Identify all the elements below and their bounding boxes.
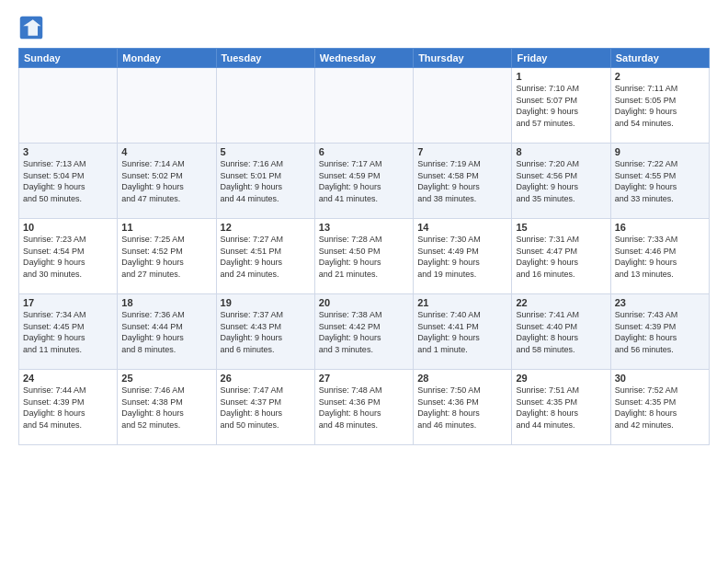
calendar-cell: 22Sunrise: 7:41 AM Sunset: 4:40 PM Dayli… [512, 294, 610, 370]
day-info: Sunrise: 7:48 AM Sunset: 4:36 PM Dayligh… [319, 385, 409, 431]
day-number: 12 [221, 222, 311, 233]
calendar-cell: 17Sunrise: 7:34 AM Sunset: 4:45 PM Dayli… [19, 294, 118, 370]
day-info: Sunrise: 7:13 AM Sunset: 5:04 PM Dayligh… [23, 158, 113, 204]
day-number: 2 [615, 71, 705, 82]
calendar-cell: 16Sunrise: 7:33 AM Sunset: 4:46 PM Dayli… [610, 219, 709, 294]
day-number: 10 [23, 222, 113, 233]
calendar-cell: 1Sunrise: 7:10 AM Sunset: 5:07 PM Daylig… [512, 68, 610, 144]
day-number: 16 [615, 222, 705, 233]
calendar-cell: 11Sunrise: 7:25 AM Sunset: 4:52 PM Dayli… [118, 219, 216, 294]
calendar-cell: 26Sunrise: 7:47 AM Sunset: 4:37 PM Dayli… [216, 370, 314, 445]
day-info: Sunrise: 7:10 AM Sunset: 5:07 PM Dayligh… [516, 83, 606, 129]
day-info: Sunrise: 7:19 AM Sunset: 4:58 PM Dayligh… [417, 158, 507, 204]
calendar-body: 1Sunrise: 7:10 AM Sunset: 5:07 PM Daylig… [19, 68, 710, 445]
calendar-cell: 28Sunrise: 7:50 AM Sunset: 4:36 PM Dayli… [414, 370, 512, 445]
calendar-cell: 10Sunrise: 7:23 AM Sunset: 4:54 PM Dayli… [19, 219, 118, 294]
day-info: Sunrise: 7:37 AM Sunset: 4:43 PM Dayligh… [221, 309, 311, 355]
day-info: Sunrise: 7:50 AM Sunset: 4:36 PM Dayligh… [417, 385, 507, 431]
calendar-week-3: 17Sunrise: 7:34 AM Sunset: 4:45 PM Dayli… [19, 294, 710, 370]
calendar-cell: 18Sunrise: 7:36 AM Sunset: 4:44 PM Dayli… [118, 294, 216, 370]
calendar-cell: 27Sunrise: 7:48 AM Sunset: 4:36 PM Dayli… [314, 370, 413, 445]
logo [18, 15, 48, 40]
calendar-cell: 3Sunrise: 7:13 AM Sunset: 5:04 PM Daylig… [19, 144, 118, 219]
day-number: 5 [221, 146, 311, 157]
calendar-cell: 5Sunrise: 7:16 AM Sunset: 5:01 PM Daylig… [216, 144, 314, 219]
weekday-header-row: SundayMondayTuesdayWednesdayThursdayFrid… [19, 49, 710, 68]
calendar-cell [118, 68, 216, 144]
day-number: 25 [121, 373, 211, 384]
calendar-cell: 13Sunrise: 7:28 AM Sunset: 4:50 PM Dayli… [314, 219, 413, 294]
day-number: 20 [319, 297, 409, 308]
logo-icon [18, 15, 44, 40]
weekday-header-thursday: Thursday [414, 49, 512, 68]
day-info: Sunrise: 7:14 AM Sunset: 5:02 PM Dayligh… [121, 158, 211, 204]
calendar-cell: 15Sunrise: 7:31 AM Sunset: 4:47 PM Dayli… [512, 219, 610, 294]
day-number: 22 [516, 297, 606, 308]
calendar-cell: 7Sunrise: 7:19 AM Sunset: 4:58 PM Daylig… [414, 144, 512, 219]
day-info: Sunrise: 7:51 AM Sunset: 4:35 PM Dayligh… [516, 385, 606, 431]
calendar-cell: 29Sunrise: 7:51 AM Sunset: 4:35 PM Dayli… [512, 370, 610, 445]
day-info: Sunrise: 7:17 AM Sunset: 4:59 PM Dayligh… [319, 158, 409, 204]
weekday-header-tuesday: Tuesday [216, 49, 314, 68]
day-number: 23 [615, 297, 705, 308]
day-number: 4 [121, 146, 211, 157]
calendar-cell: 2Sunrise: 7:11 AM Sunset: 5:05 PM Daylig… [610, 68, 709, 144]
calendar-cell [19, 68, 118, 144]
day-info: Sunrise: 7:28 AM Sunset: 4:50 PM Dayligh… [319, 234, 409, 280]
day-info: Sunrise: 7:20 AM Sunset: 4:56 PM Dayligh… [516, 158, 606, 204]
day-number: 11 [121, 222, 211, 233]
day-info: Sunrise: 7:31 AM Sunset: 4:47 PM Dayligh… [516, 234, 606, 280]
day-info: Sunrise: 7:41 AM Sunset: 4:40 PM Dayligh… [516, 309, 606, 355]
calendar-cell [414, 68, 512, 144]
weekday-header-monday: Monday [118, 49, 216, 68]
day-info: Sunrise: 7:47 AM Sunset: 4:37 PM Dayligh… [221, 385, 311, 431]
calendar-week-1: 3Sunrise: 7:13 AM Sunset: 5:04 PM Daylig… [19, 144, 710, 219]
day-info: Sunrise: 7:11 AM Sunset: 5:05 PM Dayligh… [615, 83, 705, 129]
calendar-cell: 25Sunrise: 7:46 AM Sunset: 4:38 PM Dayli… [118, 370, 216, 445]
day-info: Sunrise: 7:52 AM Sunset: 4:35 PM Dayligh… [615, 385, 705, 431]
day-info: Sunrise: 7:33 AM Sunset: 4:46 PM Dayligh… [615, 234, 705, 280]
day-info: Sunrise: 7:30 AM Sunset: 4:49 PM Dayligh… [417, 234, 507, 280]
calendar-cell: 24Sunrise: 7:44 AM Sunset: 4:39 PM Dayli… [19, 370, 118, 445]
day-number: 1 [516, 71, 606, 82]
calendar-week-4: 24Sunrise: 7:44 AM Sunset: 4:39 PM Dayli… [19, 370, 710, 445]
calendar-cell: 4Sunrise: 7:14 AM Sunset: 5:02 PM Daylig… [118, 144, 216, 219]
calendar-cell: 21Sunrise: 7:40 AM Sunset: 4:41 PM Dayli… [414, 294, 512, 370]
day-info: Sunrise: 7:34 AM Sunset: 4:45 PM Dayligh… [23, 309, 113, 355]
calendar-cell: 30Sunrise: 7:52 AM Sunset: 4:35 PM Dayli… [610, 370, 709, 445]
day-number: 14 [417, 222, 507, 233]
day-number: 24 [23, 373, 113, 384]
calendar-cell: 8Sunrise: 7:20 AM Sunset: 4:56 PM Daylig… [512, 144, 610, 219]
day-number: 9 [615, 146, 705, 157]
day-number: 18 [121, 297, 211, 308]
day-info: Sunrise: 7:22 AM Sunset: 4:55 PM Dayligh… [615, 158, 705, 204]
calendar-cell: 12Sunrise: 7:27 AM Sunset: 4:51 PM Dayli… [216, 219, 314, 294]
calendar-cell: 9Sunrise: 7:22 AM Sunset: 4:55 PM Daylig… [610, 144, 709, 219]
calendar-table: SundayMondayTuesdayWednesdayThursdayFrid… [18, 48, 710, 445]
day-number: 13 [319, 222, 409, 233]
weekday-header-saturday: Saturday [610, 49, 709, 68]
header [18, 15, 710, 40]
weekday-header-friday: Friday [512, 49, 610, 68]
day-info: Sunrise: 7:44 AM Sunset: 4:39 PM Dayligh… [23, 385, 113, 431]
day-number: 8 [516, 146, 606, 157]
day-info: Sunrise: 7:25 AM Sunset: 4:52 PM Dayligh… [121, 234, 211, 280]
day-info: Sunrise: 7:40 AM Sunset: 4:41 PM Dayligh… [417, 309, 507, 355]
calendar-week-0: 1Sunrise: 7:10 AM Sunset: 5:07 PM Daylig… [19, 68, 710, 144]
calendar-cell: 14Sunrise: 7:30 AM Sunset: 4:49 PM Dayli… [414, 219, 512, 294]
calendar-cell: 19Sunrise: 7:37 AM Sunset: 4:43 PM Dayli… [216, 294, 314, 370]
weekday-header-sunday: Sunday [19, 49, 118, 68]
day-number: 21 [417, 297, 507, 308]
day-info: Sunrise: 7:36 AM Sunset: 4:44 PM Dayligh… [121, 309, 211, 355]
calendar-week-2: 10Sunrise: 7:23 AM Sunset: 4:54 PM Dayli… [19, 219, 710, 294]
calendar-cell: 20Sunrise: 7:38 AM Sunset: 4:42 PM Dayli… [314, 294, 413, 370]
calendar-cell: 6Sunrise: 7:17 AM Sunset: 4:59 PM Daylig… [314, 144, 413, 219]
calendar-cell [216, 68, 314, 144]
day-info: Sunrise: 7:46 AM Sunset: 4:38 PM Dayligh… [121, 385, 211, 431]
calendar-cell: 23Sunrise: 7:43 AM Sunset: 4:39 PM Dayli… [610, 294, 709, 370]
day-info: Sunrise: 7:16 AM Sunset: 5:01 PM Dayligh… [221, 158, 311, 204]
day-info: Sunrise: 7:27 AM Sunset: 4:51 PM Dayligh… [221, 234, 311, 280]
day-number: 27 [319, 373, 409, 384]
day-number: 6 [319, 146, 409, 157]
calendar-header: SundayMondayTuesdayWednesdayThursdayFrid… [19, 49, 710, 68]
